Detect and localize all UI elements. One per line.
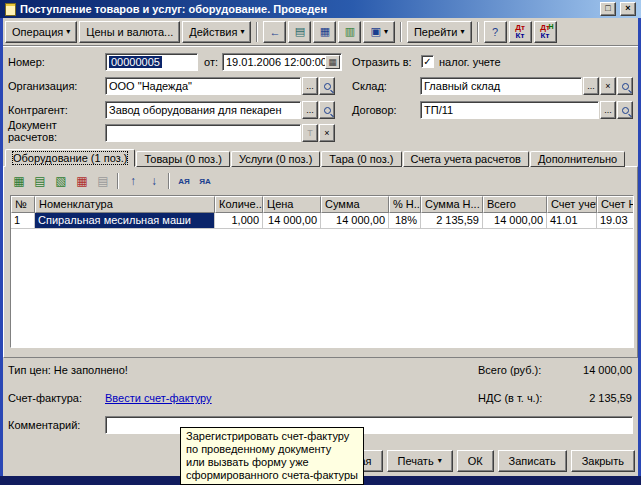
- show-tax-postings-button[interactable]: Дт Кт Н: [534, 21, 557, 43]
- magnifier-icon: [622, 107, 629, 114]
- column-header-quantity: Количе...: [215, 196, 263, 213]
- sort-descending-icon[interactable]: ЯА: [196, 172, 214, 190]
- tab-goods[interactable]: Товары (0 поз.): [136, 151, 229, 167]
- warehouse-select-button[interactable]: ...: [583, 77, 599, 95]
- tab-containers[interactable]: Тара (0 поз.): [321, 151, 401, 167]
- cell-num[interactable]: 1: [11, 213, 35, 229]
- goto-menu-button[interactable]: Перейти ▾: [407, 21, 472, 43]
- date-value: 19.01.2006 12:00:00: [226, 56, 327, 68]
- chevron-down-icon: ▾: [240, 28, 244, 36]
- contract-input[interactable]: ТП/11: [420, 101, 599, 119]
- cell-account[interactable]: 41.01: [547, 213, 597, 229]
- tab-additional[interactable]: Дополнительно: [530, 151, 625, 167]
- contract-value: ТП/11: [424, 104, 453, 116]
- structure-icon: ▦: [320, 25, 330, 38]
- post-document-button[interactable]: ▣ ▾: [363, 21, 394, 43]
- contractor-input[interactable]: Завод оборудования для пекарен: [105, 101, 301, 119]
- column-header-price: Цена: [263, 196, 321, 213]
- table-row: 1 Спиральная месильная маши 1,000 14 000…: [11, 213, 633, 229]
- close-button[interactable]: Закрыть: [571, 450, 635, 472]
- cell-total[interactable]: 14 000,00: [483, 213, 547, 229]
- movements-button[interactable]: ▥: [338, 21, 361, 43]
- ok-button[interactable]: ОК: [457, 450, 494, 472]
- comment-label: Комментарий:: [8, 419, 80, 431]
- close-window-button[interactable]: ×: [620, 2, 636, 16]
- settlement-clear-button[interactable]: ×: [319, 124, 335, 142]
- tab-label: Дополнительно: [538, 153, 617, 165]
- tax-accounting-label: налог. учете: [439, 56, 501, 68]
- chevron-down-icon: ▾: [461, 28, 465, 36]
- main-toolbar: Операция ▾ Цены и валюта... Действия ▾ ←…: [3, 18, 638, 46]
- operation-menu-button[interactable]: Операция ▾: [5, 21, 77, 43]
- actions-menu-button[interactable]: Действия ▾: [182, 21, 251, 43]
- warehouse-clear-button[interactable]: ×: [600, 77, 616, 95]
- type-icon: Т: [307, 129, 313, 138]
- prices-currency-button[interactable]: Цены и валюта...: [79, 21, 180, 43]
- column-header-vat-sum: Сумма Н...: [421, 196, 483, 213]
- organization-open-button[interactable]: [319, 77, 335, 95]
- structure-button[interactable]: ▦: [313, 21, 336, 43]
- settlement-type-button[interactable]: Т: [302, 124, 318, 142]
- tab-equipment[interactable]: Оборудование (1 поз.): [5, 149, 135, 167]
- delete-row-icon[interactable]: ▦: [73, 172, 91, 190]
- tab-bar: Оборудование (1 поз.) Товары (0 поз.) Ус…: [5, 149, 626, 167]
- sort-ascending-icon[interactable]: АЯ: [175, 172, 193, 190]
- cell-vat-sum[interactable]: 2 135,59: [421, 213, 483, 229]
- number-value: 00000005: [109, 56, 162, 68]
- levels-icon[interactable]: ▤: [94, 172, 112, 190]
- show-postings-button[interactable]: Дт Кт: [509, 21, 532, 43]
- contract-select-button[interactable]: ...: [600, 101, 616, 119]
- tab-label: Товары (0 поз.): [144, 153, 221, 165]
- move-down-icon[interactable]: ↓: [145, 172, 163, 190]
- toolbar-separator: [256, 22, 258, 42]
- ok-label: ОК: [468, 455, 483, 467]
- column-header-vat-pct: % Н...: [389, 196, 421, 213]
- cell-sum[interactable]: 14 000,00: [321, 213, 389, 229]
- cell-vat-account[interactable]: 19.03: [597, 213, 634, 229]
- toolbar-separator: [400, 22, 402, 42]
- restore-button[interactable]: □: [600, 2, 616, 16]
- prices-label: Цены и валюта...: [86, 26, 173, 38]
- back-button[interactable]: ←: [263, 21, 286, 43]
- number-label: Номер:: [8, 56, 45, 68]
- organization-select-button[interactable]: ...: [302, 77, 318, 95]
- add-row-icon[interactable]: ▦: [10, 172, 28, 190]
- calendar-button[interactable]: ▦: [325, 55, 340, 69]
- cell-vat-pct[interactable]: 18%: [389, 213, 421, 229]
- cell-price[interactable]: 14 000,00: [263, 213, 321, 229]
- settlement-doc-input[interactable]: [105, 124, 301, 142]
- warehouse-input[interactable]: Главный склад: [420, 77, 582, 95]
- ellipsis-icon: ...: [587, 82, 595, 91]
- tab-label: Счета учета расчетов: [411, 153, 521, 165]
- column-header-num: №: [11, 196, 35, 213]
- actions-label: Действия: [189, 26, 237, 38]
- post-icon: ▣: [370, 25, 380, 38]
- print-button[interactable]: Печать ▾: [387, 450, 453, 472]
- tab-services[interactable]: Услуги (0 поз.): [231, 151, 320, 167]
- enter-invoice-link[interactable]: Ввести счет-фактуру: [105, 392, 212, 404]
- organization-input[interactable]: ООО "Надежда": [105, 77, 301, 95]
- contractor-open-button[interactable]: [319, 101, 335, 119]
- date-input[interactable]: 19.01.2006 12:00:00 ▦: [222, 53, 342, 71]
- cell-nomenclature[interactable]: Спиральная месильная маши: [35, 213, 215, 229]
- contract-open-button[interactable]: [617, 101, 633, 119]
- contractor-select-button[interactable]: ...: [302, 101, 318, 119]
- move-up-icon[interactable]: ↑: [124, 172, 142, 190]
- ellipsis-icon: ...: [306, 106, 314, 115]
- save-button[interactable]: Записать: [498, 450, 567, 472]
- warehouse-open-button[interactable]: [617, 77, 633, 95]
- edit-row-icon[interactable]: ▧: [52, 172, 70, 190]
- cell-quantity[interactable]: 1,000: [215, 213, 263, 229]
- copy-row-icon[interactable]: ▤: [31, 172, 49, 190]
- tax-accounting-checkbox[interactable]: ✓: [421, 55, 434, 68]
- column-header-nomenclature: Номенклатура: [35, 196, 215, 213]
- column-header-account: Счет учет...: [547, 196, 597, 213]
- toolbar-separator: [168, 173, 170, 189]
- document-window: Поступление товаров и услуг: оборудовани…: [0, 0, 641, 485]
- tab-settlement-accounts[interactable]: Счета учета расчетов: [403, 151, 529, 167]
- help-button[interactable]: ?: [484, 21, 507, 43]
- chevron-down-icon: ▾: [384, 28, 388, 36]
- open-list-button[interactable]: ▤: [288, 21, 311, 43]
- number-input[interactable]: 00000005: [105, 53, 198, 71]
- operation-label: Операция: [12, 26, 63, 38]
